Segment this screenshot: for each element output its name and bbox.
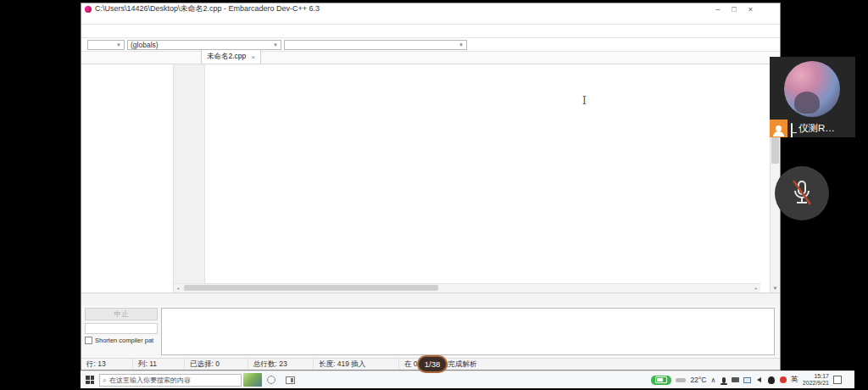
meeting-participant-tile[interactable]: 仪测R… [770, 57, 855, 137]
devcpp-window: C:\Users\14426\Desktop\未命名2.cpp - Embarc… [81, 3, 781, 370]
cortana-icon [267, 376, 275, 384]
code-editor[interactable]: ◂ ▸ I [174, 64, 770, 292]
status-length-insert: 长度: 419 插入 [314, 359, 399, 370]
task-view-button[interactable] [281, 371, 299, 388]
clock[interactable]: 15:17 2022/9/21 [803, 373, 829, 387]
compile-log-panel: 中止 Shorten compiler pat [81, 305, 780, 358]
devcpp-app-icon [85, 6, 92, 13]
title-bar[interactable]: C:\Users\14426\Desktop\未命名2.cpp - Embarc… [81, 3, 780, 14]
status-line: 行: 13 [81, 359, 133, 370]
close-button[interactable]: × [748, 5, 753, 14]
members-combo[interactable]: ▼ [284, 40, 467, 50]
battery-icon [655, 376, 667, 383]
task-view-icon [286, 376, 295, 384]
muted-microphone-icon [787, 177, 816, 209]
scroll-down-icon[interactable]: ▼ [771, 284, 780, 292]
taskbar-search-input[interactable]: ⌕ 在这里输入你要搜索的内容 [99, 374, 242, 387]
status-selected: 已选择: 0 [185, 359, 248, 370]
tray-red-app-icon[interactable] [779, 376, 787, 384]
screen: C:\Users\14426\Desktop\未命名2.cpp - Embarc… [0, 0, 868, 390]
editor-tab[interactable]: 未命名2.cpp × [201, 49, 261, 64]
horizontal-scrollbar[interactable]: ◂ ▸ [174, 283, 760, 292]
date-label: 2022/9/21 [803, 380, 829, 386]
cortana-button[interactable] [262, 371, 281, 388]
participant-avatar [784, 61, 840, 117]
chevron-down-icon: ▼ [273, 42, 278, 47]
close-tab-icon[interactable]: × [251, 53, 255, 61]
horizontal-scroll-thumb[interactable] [184, 285, 438, 291]
tray-volume-icon[interactable] [755, 376, 763, 384]
input-method-indicator[interactable]: 英 [791, 375, 798, 385]
participant-mic-icon [791, 124, 797, 133]
mute-microphone-button[interactable] [775, 166, 829, 220]
tray-camera-icon[interactable] [732, 376, 739, 384]
abort-button[interactable]: 中止 [85, 308, 158, 320]
member-badge-icon [770, 120, 787, 137]
maximize-button[interactable]: □ [732, 5, 736, 14]
tab-row: 未命名2.cpp × [81, 52, 780, 64]
bottom-panel-tabs [81, 292, 780, 305]
text-cursor: I [582, 95, 587, 107]
time-label: 15:17 [814, 373, 829, 379]
chevron-down-icon: ▼ [116, 42, 121, 47]
scroll-left-icon[interactable]: ◂ [174, 284, 182, 292]
shorten-paths-checkbox[interactable]: Shorten compiler pat [85, 337, 158, 344]
tray-qq-icon[interactable] [767, 376, 775, 384]
menu-bar [81, 14, 780, 24]
tray-microphone-icon[interactable] [720, 376, 727, 384]
line-number-gutter [174, 64, 205, 284]
battery-indicator[interactable] [651, 376, 671, 385]
person-icon [776, 125, 782, 131]
start-button[interactable] [81, 371, 99, 388]
compile-progress-bar [85, 323, 158, 334]
tray-display-icon[interactable] [743, 376, 751, 384]
page-indicator-badge: 1/38 [417, 355, 448, 373]
main-toolbar [81, 24, 780, 38]
status-total-lines: 总行数: 23 [248, 359, 314, 370]
action-center-icon[interactable] [833, 376, 842, 384]
temperature-label[interactable]: 22°C [690, 376, 706, 384]
participant-name: 仪测R… [798, 122, 835, 135]
news-weather-widget[interactable] [243, 373, 262, 387]
checkbox-icon[interactable] [85, 337, 92, 344]
window-title: C:\Users\14426\Desktop\未命名2.cpp - Embarc… [95, 3, 715, 14]
globals-combo[interactable]: (globals) ▼ [127, 40, 281, 50]
windows-logo-icon [86, 376, 94, 384]
class-toolbar: ▼ (globals) ▼ ▼ [81, 38, 780, 52]
project-panel[interactable] [81, 64, 174, 292]
minimize-button[interactable]: – [715, 5, 720, 14]
chevron-down-icon: ▼ [459, 42, 464, 47]
compile-log-output[interactable] [161, 308, 775, 355]
search-icon: ⌕ [103, 376, 107, 385]
status-column: 列: 11 [133, 359, 185, 370]
scope-combo[interactable]: ▼ [87, 40, 125, 50]
taskbar: ⌕ 在这里输入你要搜索的内容 22°C ∧ 英 15:17 2022/9/21 [81, 370, 854, 388]
tray-widget [676, 378, 686, 382]
tray-chevron-icon[interactable]: ∧ [710, 376, 715, 384]
scroll-right-icon[interactable]: ▸ [752, 284, 760, 292]
